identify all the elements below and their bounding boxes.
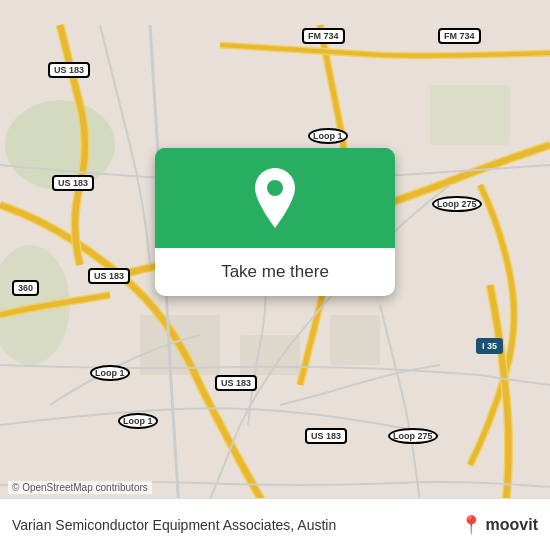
take-me-there-button[interactable]: Take me there [171,260,379,284]
road-badge-i35: I 35 [476,338,503,354]
svg-rect-6 [330,315,380,365]
moovit-pin-icon: 📍 [460,514,482,536]
popup-card-bottom: Take me there [155,248,395,296]
road-badge-loop1-1: Loop 1 [308,128,348,144]
popup-card-top [155,148,395,248]
bottom-bar: Varian Semiconductor Equipment Associate… [0,498,550,550]
popup-card: Take me there [155,148,395,296]
road-badge-loop1-2: Loop 1 [90,365,130,381]
road-badge-us183-1: US 183 [48,62,90,78]
svg-point-7 [267,180,283,196]
road-badge-360: 360 [12,280,39,296]
moovit-text: moovit [486,516,538,534]
road-badge-loop275-2: Loop 275 [388,428,438,444]
road-badge-us183-2: US 183 [52,175,94,191]
location-pin-icon [250,168,300,228]
road-badge-us183-3: US 183 [88,268,130,284]
road-badge-fm734-2: FM 734 [438,28,481,44]
road-badge-us183-5: US 183 [305,428,347,444]
road-badge-fm734-1: FM 734 [302,28,345,44]
moovit-logo: 📍 moovit [460,514,538,536]
svg-rect-5 [240,335,300,375]
copyright-text: © OpenStreetMap contributors [8,481,152,494]
map-container: US 183 US 183 US 183 US 183 US 183 Loop … [0,0,550,550]
road-badge-loop275-1: Loop 275 [432,196,482,212]
location-name: Varian Semiconductor Equipment Associate… [12,517,460,533]
road-badge-us183-4: US 183 [215,375,257,391]
svg-rect-3 [430,85,510,145]
road-badge-loop1-3: Loop 1 [118,413,158,429]
